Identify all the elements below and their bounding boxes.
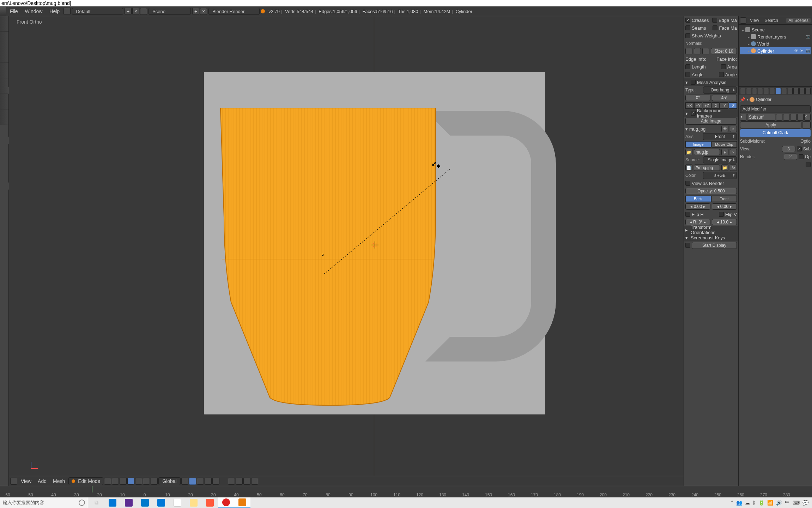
tray-onedrive-icon[interactable]: ☁	[745, 500, 750, 506]
tab-particles-icon[interactable]	[799, 88, 805, 94]
render-engine-dropdown[interactable]: Blender Render	[208, 8, 260, 15]
flip-v-checkbox[interactable]	[719, 212, 724, 217]
angle-checkbox[interactable]	[685, 72, 690, 77]
outliner-scene-node[interactable]: Scene	[740, 26, 811, 33]
normal-vertex-icon[interactable]	[685, 48, 692, 54]
render-border-icon[interactable]	[212, 478, 219, 485]
copy-modifier-icon[interactable]	[802, 121, 811, 129]
subdivide-uv-checkbox[interactable]: ✓	[797, 147, 802, 151]
scene-browse-icon[interactable]	[140, 8, 147, 15]
snap-toggle-icon[interactable]	[189, 478, 196, 485]
open-folder-icon[interactable]: 📁	[721, 165, 728, 171]
tray-notifications-icon[interactable]: 💬	[802, 500, 808, 506]
image-name-field[interactable]: mug.jp	[694, 149, 720, 155]
length-checkbox[interactable]	[685, 64, 690, 69]
creases-checkbox[interactable]	[685, 18, 690, 23]
paste-icon[interactable]	[236, 478, 243, 485]
app-store-icon[interactable]	[104, 497, 121, 508]
normal-face-icon[interactable]	[694, 48, 701, 54]
timeline-track[interactable]	[0, 486, 812, 492]
face-select-icon[interactable]	[143, 478, 150, 485]
filepath-field[interactable]: //mug.jpg	[694, 165, 720, 171]
editor-type-icon[interactable]	[740, 17, 746, 24]
header-view[interactable]: View	[18, 478, 34, 484]
vertex-select-icon[interactable]	[127, 478, 134, 485]
tab-texture-icon[interactable]	[793, 88, 799, 94]
outliner-search[interactable]: Search	[763, 18, 780, 23]
subdivision-type-catmull[interactable]: Catmull-Clark	[740, 129, 811, 137]
offset-x-field[interactable]: ◂ 0.00 ▸	[685, 203, 710, 210]
add-image-button[interactable]: Add Image	[685, 118, 737, 125]
outliner-world-node[interactable]: World	[740, 40, 811, 47]
bg-axis-dropdown[interactable]: Front	[703, 133, 737, 140]
app-recorder-icon[interactable]	[218, 497, 234, 508]
normal-split-icon[interactable]	[702, 48, 709, 54]
unlink-icon[interactable]: ×	[730, 149, 737, 155]
system-tray[interactable]: ˄ 👥 ☁ ᛒ 🔋 📶 🔊 中 ⌨ 💬	[731, 497, 812, 508]
collapse-icon[interactable]: ▸	[685, 227, 688, 233]
tab-material-icon[interactable]	[788, 88, 793, 94]
tab-data-icon[interactable]	[782, 88, 787, 94]
tab-physics-icon[interactable]	[805, 88, 811, 94]
app-explorer-icon[interactable]	[186, 497, 202, 508]
bg-images-checkbox[interactable]	[691, 111, 696, 116]
flip-h-checkbox[interactable]	[685, 212, 690, 217]
angle-min-field[interactable]: 0°	[685, 95, 710, 101]
colorspace-dropdown[interactable]: sRGB	[703, 172, 737, 179]
scene-del-icon[interactable]: ×	[200, 8, 207, 15]
tab-modifiers-icon[interactable]	[776, 88, 781, 94]
header-mesh[interactable]: Mesh	[50, 478, 68, 484]
collapse-icon[interactable]: ▾	[685, 80, 688, 85]
reload-icon[interactable]: ↻	[730, 165, 737, 171]
prop-edit-icon[interactable]	[181, 478, 188, 485]
image-browse-icon[interactable]: 📁	[685, 149, 692, 155]
cortana-icon[interactable]	[79, 500, 85, 506]
mode-dropdown[interactable]: Edit Mode	[68, 477, 103, 485]
tray-keyboard-icon[interactable]: ⌨	[793, 500, 800, 506]
app-blender-icon[interactable]	[234, 497, 250, 508]
show-weights-checkbox[interactable]	[685, 33, 690, 38]
tray-volume-icon[interactable]: 🔊	[776, 500, 782, 506]
normal-size-field[interactable]: Size: 0.10	[711, 48, 737, 54]
tray-battery-icon[interactable]: 🔋	[758, 500, 764, 506]
mod-cage-icon[interactable]	[797, 114, 804, 121]
snap-target-icon[interactable]	[197, 478, 204, 485]
tray-people-icon[interactable]: 👥	[736, 500, 742, 506]
header-add[interactable]: Add	[35, 478, 49, 484]
tab-constraints-icon[interactable]	[770, 88, 775, 94]
bg-remove-icon[interactable]: ×	[730, 126, 737, 132]
collapse-icon[interactable]: ▾	[685, 111, 688, 116]
edgemark-checkbox[interactable]	[712, 18, 717, 23]
outliner-view[interactable]: View	[748, 18, 761, 23]
scene-add-icon[interactable]: +	[192, 8, 199, 15]
mesh-analysis-checkbox[interactable]	[691, 80, 696, 85]
screencast-checkbox[interactable]	[685, 243, 690, 248]
outliner-cylinder-node[interactable]: Cylinder👁➤📷	[740, 47, 811, 54]
copy-icon[interactable]	[228, 478, 235, 485]
source-dropdown[interactable]: Single Image	[703, 156, 737, 163]
menu-help[interactable]: Help	[46, 7, 63, 16]
analysis-type-dropdown[interactable]: Overhang	[703, 86, 737, 94]
pivot-icon[interactable]	[112, 478, 119, 485]
mod-render-icon[interactable]	[776, 114, 782, 121]
mod-viewport-icon[interactable]	[783, 114, 789, 121]
outliner-filter-dropdown[interactable]: All Scenes	[786, 18, 811, 23]
extra2-icon[interactable]	[251, 478, 258, 485]
tray-bluetooth-icon[interactable]: ᛒ	[753, 500, 756, 506]
app-todoist-icon[interactable]	[202, 497, 218, 508]
taskbar-search[interactable]: 输入你要搜索的内容	[0, 497, 88, 508]
editor-type-icon[interactable]	[0, 7, 6, 16]
app-vs-icon[interactable]	[121, 497, 137, 508]
angle-max-field[interactable]: 45°	[712, 95, 737, 101]
face-angle-checkbox[interactable]	[719, 72, 724, 77]
playhead[interactable]	[92, 486, 92, 492]
depth-back[interactable]: Back	[685, 196, 711, 202]
movie-clip-tab[interactable]: Movie Clip	[711, 141, 737, 148]
properties-tabs[interactable]	[739, 87, 812, 95]
optimal-display-checkbox[interactable]	[799, 154, 804, 159]
tab-renderlayers-icon[interactable]	[746, 88, 751, 94]
tab-render-icon[interactable]	[740, 88, 745, 94]
app-vscode-icon[interactable]	[137, 497, 153, 508]
edge-select-icon[interactable]	[135, 478, 142, 485]
tray-chevron-icon[interactable]: ˄	[731, 500, 733, 506]
